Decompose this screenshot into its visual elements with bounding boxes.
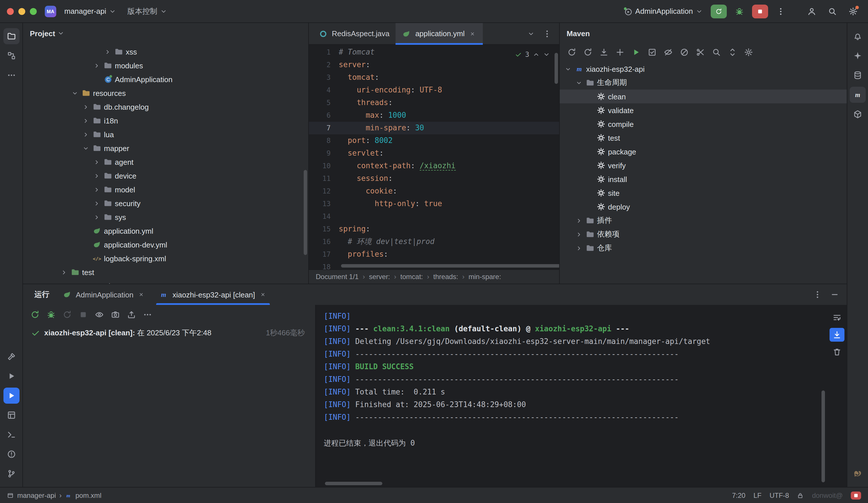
tree-collapsed-arrow[interactable]: [574, 230, 583, 239]
code-line[interactable]: 5 threads:: [309, 96, 559, 109]
run-options-button[interactable]: [810, 288, 825, 301]
restart-button[interactable]: [60, 308, 75, 321]
maven-tree-item[interactable]: validate: [560, 103, 847, 117]
console-scrollbar[interactable]: [822, 390, 825, 482]
run-tab[interactable]: AdminApplication: [56, 284, 152, 305]
run-tab[interactable]: mxiaozhi-esp32-api [clean]: [153, 284, 273, 305]
structure-tool-button[interactable]: [3, 48, 19, 64]
prev-problem-icon[interactable]: [533, 51, 540, 58]
more-actions-button[interactable]: [773, 4, 789, 19]
skip-tests-button[interactable]: [677, 45, 692, 59]
maven-tool-tool-button[interactable]: m: [850, 87, 866, 103]
export-button[interactable]: [124, 308, 139, 321]
tree-expanded-arrow[interactable]: [574, 78, 583, 87]
maven-tree-item[interactable]: verify: [560, 158, 847, 172]
add-button[interactable]: [612, 45, 628, 59]
snapshot-button[interactable]: [108, 308, 123, 321]
tree-collapsed-arrow[interactable]: [81, 116, 90, 125]
fullscreen-window-button[interactable]: [30, 8, 37, 14]
close-tab-icon[interactable]: [137, 290, 145, 299]
statusbar-project[interactable]: manager-api: [17, 491, 56, 499]
project-tree-item[interactable]: security: [23, 196, 308, 210]
detach-button[interactable]: [693, 45, 708, 59]
rerun-debug-button[interactable]: [44, 308, 59, 321]
code-with-me-button[interactable]: [804, 4, 820, 19]
breadcrumb-item[interactable]: tomcat:: [400, 273, 423, 281]
project-tree-item[interactable]: resources: [23, 86, 308, 100]
project-tree-item[interactable]: db.changelog: [23, 100, 308, 114]
maven-tree-item[interactable]: install: [560, 172, 847, 186]
project-tree-item[interactable]: sys: [23, 210, 308, 224]
build-box-button[interactable]: [645, 45, 660, 59]
tree-collapsed-arrow[interactable]: [81, 130, 90, 139]
project-tree-item[interactable]: </>logback-spring.xml: [23, 252, 308, 265]
console-hscrollbar[interactable]: [325, 482, 382, 485]
editor-tab[interactable]: application.yml: [396, 23, 483, 44]
project-tool-button[interactable]: [3, 28, 19, 44]
more-button[interactable]: [140, 308, 155, 321]
line-separator[interactable]: LF: [754, 491, 762, 499]
breadcrumb-item[interactable]: server:: [369, 273, 390, 281]
project-tree-item[interactable]: i18n: [23, 114, 308, 127]
editor-scrollbar[interactable]: [555, 53, 558, 84]
hide-tool-window-button[interactable]: [827, 288, 842, 301]
find-button[interactable]: [709, 45, 724, 59]
project-tree-item[interactable]: modules: [23, 59, 308, 72]
maven-tree-item[interactable]: 插件: [560, 214, 847, 227]
tree-collapsed-arrow[interactable]: [574, 244, 583, 253]
maven-tree-item[interactable]: deploy: [560, 200, 847, 214]
code-line[interactable]: 6 max: 1000: [309, 109, 559, 122]
editor-options-button[interactable]: [540, 27, 555, 41]
code-line[interactable]: 10 context-path: /xiaozhi: [309, 160, 559, 172]
tree-collapsed-arrow[interactable]: [92, 213, 101, 222]
rerun-button[interactable]: [28, 308, 42, 321]
settings-button[interactable]: [741, 45, 756, 59]
code-line[interactable]: 14: [309, 210, 559, 223]
tree-collapsed-arrow[interactable]: [103, 47, 112, 56]
caret-position[interactable]: 7:20: [732, 491, 745, 499]
version-control-tool-button[interactable]: [3, 466, 19, 482]
breadcrumb-item[interactable]: Document 1/1: [316, 273, 359, 281]
project-widget[interactable]: manager-api: [61, 4, 120, 18]
project-tree-item[interactable]: CAdminApplication: [23, 72, 308, 86]
tree-collapsed-arrow[interactable]: [92, 171, 101, 180]
project-tree-item[interactable]: xss: [23, 45, 308, 59]
code-line[interactable]: 7 min-spare: 30: [309, 122, 559, 134]
code-line[interactable]: 4 uri-encoding: UTF-8: [309, 84, 559, 96]
tree-collapsed-arrow[interactable]: [59, 268, 68, 277]
tree-expanded-arrow[interactable]: [70, 89, 79, 97]
close-window-button[interactable]: [7, 8, 14, 14]
breadcrumb-item[interactable]: threads:: [433, 273, 458, 281]
scroll-to-end-button[interactable]: [829, 328, 845, 342]
project-view-chevron-icon[interactable]: [58, 30, 64, 37]
maven-tree-item[interactable]: site: [560, 186, 847, 200]
maven-tree-item[interactable]: mxiaozhi-esp32-api: [560, 62, 847, 76]
minimize-window-button[interactable]: [18, 8, 25, 14]
code-line[interactable]: 17 profiles:: [309, 248, 559, 261]
project-tree-item[interactable]: test: [23, 265, 308, 279]
code-line[interactable]: 11 session:: [309, 172, 559, 185]
project-tree-item[interactable]: mpom.xml: [23, 279, 308, 284]
project-tree-item[interactable]: application.yml: [23, 224, 308, 238]
run-config-widget[interactable]: AdminApplication: [620, 4, 706, 18]
tree-expanded-arrow[interactable]: [563, 64, 572, 73]
notifications-tool-button[interactable]: [850, 28, 866, 44]
maven-tree-item[interactable]: 生命周期: [560, 76, 847, 90]
tree-collapsed-arrow[interactable]: [92, 185, 101, 194]
execute-button[interactable]: [629, 45, 643, 59]
maven-tree-item[interactable]: package: [560, 145, 847, 158]
run-window-tool-button[interactable]: [3, 388, 19, 404]
file-encoding[interactable]: UTF-8: [769, 491, 789, 499]
console[interactable]: [INFO] [INFO] --- clean:3.4.1:clean (def…: [316, 305, 847, 487]
rerun-button[interactable]: [711, 4, 727, 18]
code-line[interactable]: 3 tomcat:: [309, 71, 559, 84]
tab-list-button[interactable]: [524, 27, 538, 41]
dependencies-tool-button[interactable]: [850, 106, 866, 122]
services-tool-button[interactable]: [3, 407, 19, 423]
code-line[interactable]: 8 port: 8002: [309, 134, 559, 147]
search-everywhere-button[interactable]: [824, 4, 840, 19]
statusbar-file[interactable]: pom.xml: [75, 491, 102, 499]
vcs-widget[interactable]: 版本控制: [124, 4, 170, 19]
code-line[interactable]: 13 http-only: true: [309, 197, 559, 210]
run-result-row[interactable]: xiaozhi-esp32-api [clean]: 在 2025/6/23 下…: [23, 325, 315, 338]
